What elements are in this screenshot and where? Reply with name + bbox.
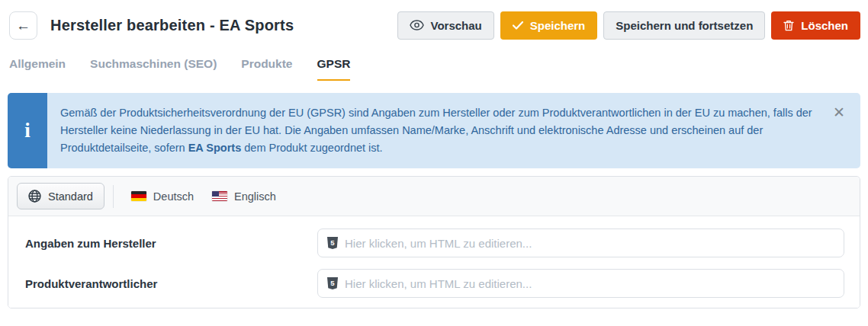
alert-text-before: Gemäß der Produktsicherheitsverordnung d… <box>60 107 812 154</box>
preview-button[interactable]: Vorschau <box>397 11 494 40</box>
save-button[interactable]: Speichern <box>500 11 598 40</box>
form-row-produktverantwortlicher: Produktverantwortlicher 5 Hier klicken, … <box>25 269 844 298</box>
produktverantwortlicher-html-editor-field[interactable]: 5 Hier klicken, um HTML zu editieren... <box>317 269 844 298</box>
trash-icon <box>783 20 794 31</box>
globe-icon <box>28 190 41 203</box>
editor-placeholder: Hier klicken, um HTML zu editieren... <box>345 277 532 290</box>
tab-produkte[interactable]: Produkte <box>241 57 292 81</box>
check-icon <box>513 21 523 30</box>
language-tab-deutsch[interactable]: Deutsch <box>122 190 203 203</box>
gpsr-info-alert: i Gemäß der Produktsicherheitsverordnung… <box>8 93 860 168</box>
alert-text-after: dem Produkt zugeordnet ist. <box>244 142 382 154</box>
language-tab-englisch[interactable]: Englisch <box>203 190 285 203</box>
delete-button-label: Löschen <box>801 19 848 32</box>
back-arrow-icon: ← <box>16 18 31 33</box>
info-icon: i <box>8 93 47 168</box>
html5-icon: 5 <box>327 237 338 249</box>
hersteller-html-editor-field[interactable]: 5 Hier klicken, um HTML zu editieren... <box>317 229 844 257</box>
tab-allgemein[interactable]: Allgemein <box>9 57 66 81</box>
delete-button[interactable]: Löschen <box>771 11 860 40</box>
tab-bar: Allgemein Suchmaschinen (SEO) Produkte G… <box>0 57 868 81</box>
language-tab-bar: Standard Deutsch Englisch <box>8 177 860 216</box>
divider <box>113 185 114 208</box>
flag-us-icon <box>212 191 227 201</box>
back-button[interactable]: ← <box>9 11 37 40</box>
svg-text:5: 5 <box>330 279 335 287</box>
form-row-hersteller: Angaben zum Hersteller 5 Hier klicken, u… <box>25 229 844 257</box>
language-tab-standard-label: Standard <box>48 190 93 203</box>
editor-placeholder: Hier klicken, um HTML zu editieren... <box>345 237 532 250</box>
page-title: Hersteller bearbeiten - EA Sports <box>50 17 294 34</box>
save-and-continue-button[interactable]: Speichern und fortsetzen <box>603 11 765 40</box>
eye-icon <box>410 20 424 30</box>
save-button-label: Speichern <box>530 19 586 32</box>
svg-text:5: 5 <box>330 238 335 247</box>
preview-button-label: Vorschau <box>431 19 482 32</box>
flag-de-icon <box>131 191 146 201</box>
language-tab-englisch-label: Englisch <box>234 190 276 203</box>
html5-icon: 5 <box>327 277 338 289</box>
tab-suchmaschinen-seo[interactable]: Suchmaschinen (SEO) <box>90 57 217 81</box>
alert-text: Gemäß der Produktsicherheitsverordnung d… <box>47 93 860 168</box>
page-header: ← Hersteller bearbeiten - EA Sports Vors… <box>0 0 868 43</box>
field-label-angaben-zum-hersteller: Angaben zum Hersteller <box>25 237 317 250</box>
save-and-continue-label: Speichern und fortsetzen <box>616 19 753 32</box>
language-tab-deutsch-label: Deutsch <box>153 190 194 203</box>
close-icon[interactable]: ✕ <box>833 105 845 120</box>
language-tab-standard[interactable]: Standard <box>17 183 104 209</box>
gpsr-form-panel: Standard Deutsch Englisch Angaben zum He… <box>8 176 860 308</box>
gpsr-form: Angaben zum Hersteller 5 Hier klicken, u… <box>8 216 860 308</box>
alert-brand-name: EA Sports <box>188 142 242 154</box>
field-label-produktverantwortlicher: Produktverantwortlicher <box>25 277 317 290</box>
tab-gpsr[interactable]: GPSR <box>317 57 351 81</box>
header-actions: Vorschau Speichern Speichern und fortset… <box>397 11 861 40</box>
